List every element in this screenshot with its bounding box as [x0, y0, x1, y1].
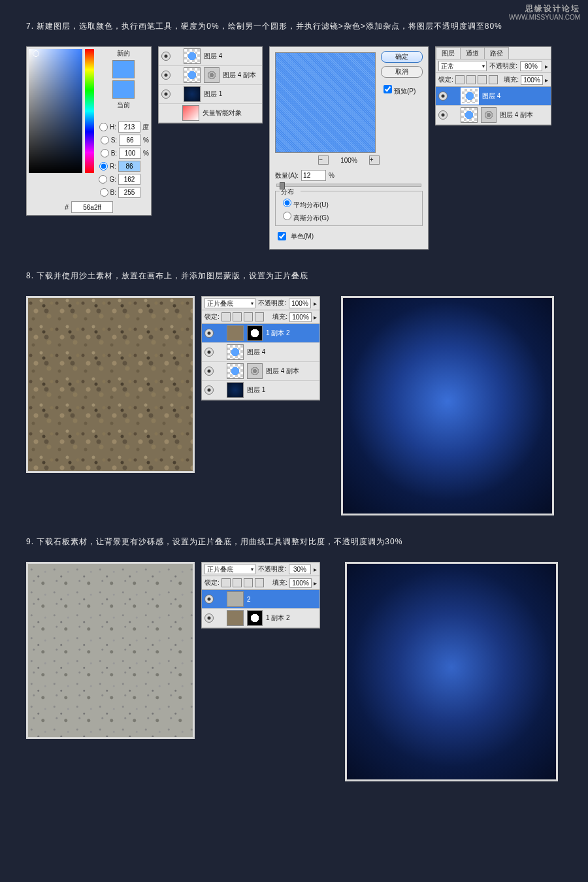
lock-icon[interactable]: [255, 578, 264, 587]
lock-icon[interactable]: [233, 578, 242, 587]
eye-icon[interactable]: [204, 613, 214, 623]
layers-panel-8: 正片叠底不透明度:100%▸ 锁定:填充:100%▸ 1 副本 2 图层 4 图…: [201, 296, 320, 400]
layer-thumb: [227, 344, 244, 360]
tab-channels[interactable]: 通道: [460, 47, 485, 59]
add-noise-dialog: 确定 取消 预览(P) −100%+ 数量(A):% 分布 平均分布(U) 高斯…: [269, 46, 429, 250]
eye-icon[interactable]: [161, 90, 171, 99]
layer-thumb: [182, 105, 199, 121]
tab-layers[interactable]: 图层: [436, 47, 461, 59]
eye-icon[interactable]: [204, 329, 214, 338]
layer-row[interactable]: 图层 4: [436, 87, 551, 106]
ok-button[interactable]: 确定: [381, 51, 423, 63]
layer-row[interactable]: 2: [202, 590, 319, 609]
lock-icon[interactable]: [233, 312, 242, 321]
eye-icon[interactable]: [438, 110, 448, 120]
eye-icon[interactable]: [204, 385, 214, 395]
layer-thumb: [227, 325, 244, 341]
lock-icon[interactable]: [255, 312, 264, 321]
gaussian-radio[interactable]: [283, 212, 291, 220]
b-input[interactable]: [119, 148, 141, 159]
layer-row[interactable]: 1 副本 2: [202, 324, 319, 343]
h-input[interactable]: [118, 122, 140, 133]
layer-row[interactable]: 矢量智能对象: [159, 104, 262, 123]
mask-thumb: [247, 363, 263, 379]
s-radio[interactable]: [101, 136, 109, 144]
g-input[interactable]: [118, 174, 140, 185]
layer-row[interactable]: 图层 4: [159, 47, 262, 66]
h-radio[interactable]: [99, 123, 108, 131]
eye-icon[interactable]: [161, 52, 171, 61]
layer-row[interactable]: 图层 4 副本: [436, 106, 551, 125]
lock-icon[interactable]: [221, 578, 231, 587]
bc-input[interactable]: [118, 187, 140, 198]
eye-icon[interactable]: [161, 71, 171, 80]
fill-input[interactable]: 100%: [289, 578, 312, 588]
soil-texture: [26, 296, 195, 473]
mask-thumb: [247, 325, 263, 341]
bc-radio[interactable]: [100, 188, 108, 197]
layer-thumb: [227, 382, 244, 398]
layer-row[interactable]: 图层 4 副本: [159, 66, 262, 85]
noise-preview: [275, 52, 376, 153]
blend-select[interactable]: 正片叠底: [204, 298, 255, 308]
layer-thumb: [227, 363, 244, 379]
blend-select[interactable]: 正片叠底: [204, 564, 255, 574]
uniform-radio[interactable]: [283, 199, 291, 207]
opacity-input[interactable]: 100%: [289, 299, 311, 308]
lock-icon[interactable]: [244, 312, 253, 321]
layer-row[interactable]: 1 副本 2: [202, 609, 319, 628]
amount-input[interactable]: [301, 170, 326, 181]
lock-icon[interactable]: [221, 312, 231, 321]
color-picker: 新的 当前 H:度 S:% B:% R: G: B: #: [26, 46, 152, 216]
amount-slider[interactable]: [276, 184, 421, 187]
lock-pos-icon[interactable]: [478, 75, 487, 84]
layer-row[interactable]: 图层 1: [159, 85, 262, 104]
lock-all-icon[interactable]: [489, 75, 498, 84]
opacity-input[interactable]: 80%: [520, 61, 542, 71]
watermark-title: 思缘设计论坛: [509, 4, 580, 13]
blend-select[interactable]: 正常: [438, 61, 487, 71]
mask-thumb: [481, 107, 497, 123]
step-7-text: 7. 新建图层，选取颜色，执行画笔工具，硬度为0%，绘制另一个圆形，并执行滤镜>…: [26, 21, 562, 32]
lock-pixels-icon[interactable]: [466, 75, 476, 84]
layer-thumb: [184, 67, 201, 83]
opacity-input[interactable]: 30%: [289, 564, 311, 574]
stone-texture: [26, 562, 195, 739]
saturation-value-field[interactable]: [29, 49, 82, 173]
cancel-button[interactable]: 取消: [381, 66, 423, 78]
layer-thumb: [461, 107, 478, 123]
g-radio[interactable]: [99, 175, 107, 184]
b-radio[interactable]: [101, 149, 109, 157]
zoom-out-button[interactable]: −: [318, 155, 329, 165]
layer-thumb: [227, 591, 244, 607]
eye-icon[interactable]: [438, 91, 448, 101]
layers-panel-7a: 图层 4 图层 4 副本 图层 1 矢量智能对象: [158, 46, 263, 123]
eye-icon[interactable]: [204, 348, 214, 357]
layer-row[interactable]: 图层 4 副本: [202, 362, 319, 381]
layers-panel-7b: 图层通道路径 正常不透明度:80%▸ 锁定:填充:100%▸ 图层 4 图层 4…: [435, 46, 551, 125]
step-8-text: 8. 下载并使用沙土素材，放置在画布上，并添加图层蒙版，设置为正片叠底: [26, 270, 562, 282]
eye-icon[interactable]: [204, 595, 214, 604]
layer-row[interactable]: 图层 4: [202, 343, 319, 362]
layer-thumb: [184, 48, 201, 64]
watermark-url: WWW.MISSYUAN.COM: [509, 13, 580, 22]
fill-input[interactable]: 100%: [521, 75, 543, 85]
result-preview-9: [345, 562, 558, 781]
mono-check[interactable]: [278, 232, 286, 240]
r-radio[interactable]: [99, 162, 108, 171]
layer-row[interactable]: 图层 1: [202, 381, 319, 400]
s-input[interactable]: [119, 135, 141, 146]
fill-input[interactable]: 100%: [289, 312, 312, 322]
new-label: 新的: [117, 49, 130, 58]
tab-paths[interactable]: 路径: [484, 47, 509, 59]
lock-trans-icon[interactable]: [455, 75, 465, 84]
hex-input[interactable]: [71, 201, 113, 213]
zoom-in-button[interactable]: +: [369, 155, 380, 165]
lock-icon[interactable]: [244, 578, 253, 587]
hue-slider[interactable]: [85, 49, 94, 173]
r-input[interactable]: [118, 161, 140, 172]
preview-check[interactable]: [384, 85, 392, 93]
layers-panel-9: 正片叠底不透明度:30%▸ 锁定:填充:100%▸ 2 1 副本 2: [201, 562, 320, 629]
eye-icon[interactable]: [204, 367, 214, 376]
new-swatch: [112, 60, 135, 78]
